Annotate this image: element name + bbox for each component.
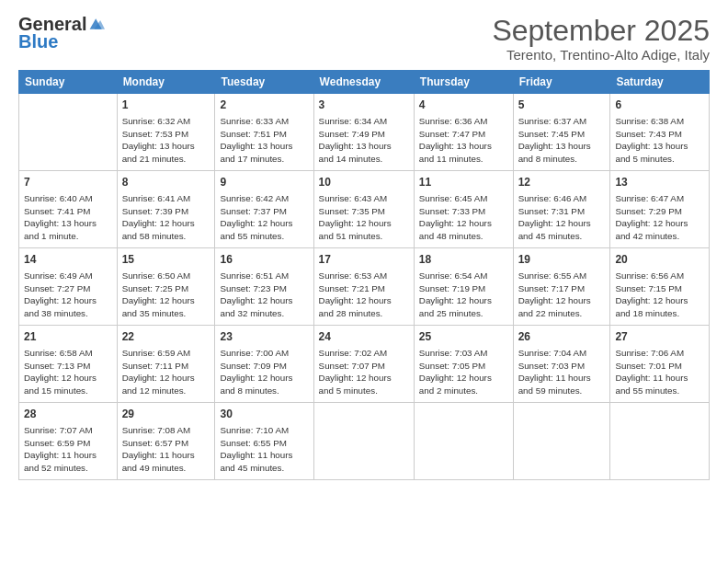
- calendar-cell: 24Sunrise: 7:02 AMSunset: 7:07 PMDayligh…: [313, 326, 414, 403]
- col-header-saturday: Saturday: [610, 71, 710, 94]
- day-info: Sunrise: 6:33 AMSunset: 7:51 PMDaylight:…: [220, 115, 308, 165]
- day-info: Sunrise: 6:34 AMSunset: 7:49 PMDaylight:…: [319, 115, 409, 165]
- calendar-week-row: 28Sunrise: 7:07 AMSunset: 6:59 PMDayligh…: [19, 403, 710, 480]
- calendar-cell: [414, 403, 513, 480]
- day-number: 29: [122, 407, 210, 422]
- logo-general-text: General: [18, 15, 86, 33]
- calendar-header-row: SundayMondayTuesdayWednesdayThursdayFrid…: [19, 71, 710, 94]
- day-info: Sunrise: 6:45 AMSunset: 7:33 PMDaylight:…: [419, 192, 508, 242]
- day-info: Sunrise: 6:51 AMSunset: 7:23 PMDaylight:…: [220, 270, 308, 319]
- title-block: September 2025 Terento, Trentino-Alto Ad…: [492, 15, 710, 63]
- day-info: Sunrise: 6:43 AMSunset: 7:35 PMDaylight:…: [319, 192, 409, 242]
- day-info: Sunrise: 6:54 AMSunset: 7:19 PMDaylight:…: [419, 270, 508, 319]
- day-number: 3: [319, 98, 409, 113]
- calendar-cell: 26Sunrise: 7:04 AMSunset: 7:03 PMDayligh…: [513, 326, 610, 403]
- day-info: Sunrise: 7:04 AMSunset: 7:03 PMDaylight:…: [518, 347, 606, 396]
- calendar-cell: 10Sunrise: 6:43 AMSunset: 7:35 PMDayligh…: [313, 171, 414, 248]
- calendar-cell: 11Sunrise: 6:45 AMSunset: 7:33 PMDayligh…: [414, 171, 513, 248]
- day-number: 10: [319, 175, 409, 190]
- day-info: Sunrise: 6:59 AMSunset: 7:11 PMDaylight:…: [122, 347, 210, 396]
- day-number: 12: [518, 175, 606, 190]
- day-info: Sunrise: 6:58 AMSunset: 7:13 PMDaylight:…: [24, 347, 112, 396]
- day-info: Sunrise: 6:50 AMSunset: 7:25 PMDaylight:…: [122, 270, 210, 319]
- day-info: Sunrise: 6:49 AMSunset: 7:27 PMDaylight:…: [24, 270, 112, 319]
- day-info: Sunrise: 7:00 AMSunset: 7:09 PMDaylight:…: [220, 347, 308, 396]
- day-info: Sunrise: 6:41 AMSunset: 7:39 PMDaylight:…: [122, 192, 210, 242]
- header: General Blue September 2025 Terento, Tre…: [18, 15, 710, 63]
- day-number: 6: [615, 98, 704, 113]
- logo: General Blue: [18, 15, 105, 52]
- day-info: Sunrise: 6:32 AMSunset: 7:53 PMDaylight:…: [122, 115, 210, 165]
- day-info: Sunrise: 6:42 AMSunset: 7:37 PMDaylight:…: [220, 192, 308, 242]
- logo-icon: [88, 16, 105, 32]
- logo-blue-text: Blue: [18, 31, 58, 52]
- day-number: 4: [419, 98, 508, 113]
- calendar-cell: 7Sunrise: 6:40 AMSunset: 7:41 PMDaylight…: [19, 171, 118, 248]
- calendar-cell: 21Sunrise: 6:58 AMSunset: 7:13 PMDayligh…: [19, 326, 118, 403]
- day-info: Sunrise: 6:53 AMSunset: 7:21 PMDaylight:…: [319, 270, 409, 319]
- calendar-cell: 28Sunrise: 7:07 AMSunset: 6:59 PMDayligh…: [19, 403, 118, 480]
- calendar-cell: 12Sunrise: 6:46 AMSunset: 7:31 PMDayligh…: [513, 171, 610, 248]
- day-info: Sunrise: 7:07 AMSunset: 6:59 PMDaylight:…: [24, 424, 112, 474]
- calendar-cell: 9Sunrise: 6:42 AMSunset: 7:37 PMDaylight…: [215, 171, 313, 248]
- day-number: 21: [24, 329, 112, 345]
- day-number: 19: [518, 252, 606, 268]
- calendar-cell: 13Sunrise: 6:47 AMSunset: 7:29 PMDayligh…: [610, 171, 710, 248]
- col-header-monday: Monday: [117, 71, 215, 94]
- day-number: 18: [419, 252, 508, 268]
- col-header-sunday: Sunday: [19, 71, 118, 94]
- calendar-cell: [313, 403, 414, 480]
- calendar-cell: 22Sunrise: 6:59 AMSunset: 7:11 PMDayligh…: [117, 326, 215, 403]
- day-info: Sunrise: 6:55 AMSunset: 7:17 PMDaylight:…: [518, 270, 606, 319]
- calendar-week-row: 14Sunrise: 6:49 AMSunset: 7:27 PMDayligh…: [19, 248, 710, 326]
- day-number: 17: [319, 252, 409, 268]
- calendar-cell: [19, 94, 118, 171]
- day-info: Sunrise: 6:38 AMSunset: 7:43 PMDaylight:…: [615, 115, 704, 165]
- calendar-week-row: 1Sunrise: 6:32 AMSunset: 7:53 PMDaylight…: [19, 94, 710, 171]
- calendar-cell: 15Sunrise: 6:50 AMSunset: 7:25 PMDayligh…: [117, 248, 215, 326]
- day-info: Sunrise: 7:08 AMSunset: 6:57 PMDaylight:…: [122, 424, 210, 474]
- calendar: SundayMondayTuesdayWednesdayThursdayFrid…: [18, 70, 710, 480]
- calendar-cell: 27Sunrise: 7:06 AMSunset: 7:01 PMDayligh…: [610, 326, 710, 403]
- month-title: September 2025: [492, 15, 710, 47]
- day-number: 2: [220, 98, 308, 113]
- calendar-cell: 8Sunrise: 6:41 AMSunset: 7:39 PMDaylight…: [117, 171, 215, 248]
- day-info: Sunrise: 7:02 AMSunset: 7:07 PMDaylight:…: [319, 347, 409, 396]
- day-number: 20: [615, 252, 704, 268]
- calendar-cell: 29Sunrise: 7:08 AMSunset: 6:57 PMDayligh…: [117, 403, 215, 480]
- calendar-cell: 17Sunrise: 6:53 AMSunset: 7:21 PMDayligh…: [313, 248, 414, 326]
- calendar-cell: 3Sunrise: 6:34 AMSunset: 7:49 PMDaylight…: [313, 94, 414, 171]
- day-number: 15: [122, 252, 210, 268]
- day-info: Sunrise: 6:47 AMSunset: 7:29 PMDaylight:…: [615, 192, 704, 242]
- calendar-cell: 19Sunrise: 6:55 AMSunset: 7:17 PMDayligh…: [513, 248, 610, 326]
- day-info: Sunrise: 6:40 AMSunset: 7:41 PMDaylight:…: [24, 192, 112, 242]
- col-header-wednesday: Wednesday: [313, 71, 414, 94]
- day-number: 28: [24, 407, 112, 422]
- col-header-tuesday: Tuesday: [215, 71, 313, 94]
- day-info: Sunrise: 7:10 AMSunset: 6:55 PMDaylight:…: [220, 424, 308, 474]
- col-header-friday: Friday: [513, 71, 610, 94]
- day-number: 23: [220, 329, 308, 345]
- day-number: 26: [518, 329, 606, 345]
- calendar-week-row: 7Sunrise: 6:40 AMSunset: 7:41 PMDaylight…: [19, 171, 710, 248]
- day-info: Sunrise: 7:03 AMSunset: 7:05 PMDaylight:…: [419, 347, 508, 396]
- calendar-week-row: 21Sunrise: 6:58 AMSunset: 7:13 PMDayligh…: [19, 326, 710, 403]
- day-info: Sunrise: 6:56 AMSunset: 7:15 PMDaylight:…: [615, 270, 704, 319]
- calendar-cell: 20Sunrise: 6:56 AMSunset: 7:15 PMDayligh…: [610, 248, 710, 326]
- day-number: 11: [419, 175, 508, 190]
- day-number: 25: [419, 329, 508, 345]
- day-number: 8: [122, 175, 210, 190]
- day-info: Sunrise: 6:36 AMSunset: 7:47 PMDaylight:…: [419, 115, 508, 165]
- calendar-cell: 23Sunrise: 7:00 AMSunset: 7:09 PMDayligh…: [215, 326, 313, 403]
- col-header-thursday: Thursday: [414, 71, 513, 94]
- page: General Blue September 2025 Terento, Tre…: [0, 0, 728, 563]
- day-number: 30: [220, 407, 308, 422]
- calendar-cell: 4Sunrise: 6:36 AMSunset: 7:47 PMDaylight…: [414, 94, 513, 171]
- location: Terento, Trentino-Alto Adige, Italy: [492, 47, 710, 63]
- calendar-cell: 18Sunrise: 6:54 AMSunset: 7:19 PMDayligh…: [414, 248, 513, 326]
- day-number: 5: [518, 98, 606, 113]
- day-info: Sunrise: 6:37 AMSunset: 7:45 PMDaylight:…: [518, 115, 606, 165]
- calendar-cell: 30Sunrise: 7:10 AMSunset: 6:55 PMDayligh…: [215, 403, 313, 480]
- day-info: Sunrise: 7:06 AMSunset: 7:01 PMDaylight:…: [615, 347, 704, 396]
- day-number: 22: [122, 329, 210, 345]
